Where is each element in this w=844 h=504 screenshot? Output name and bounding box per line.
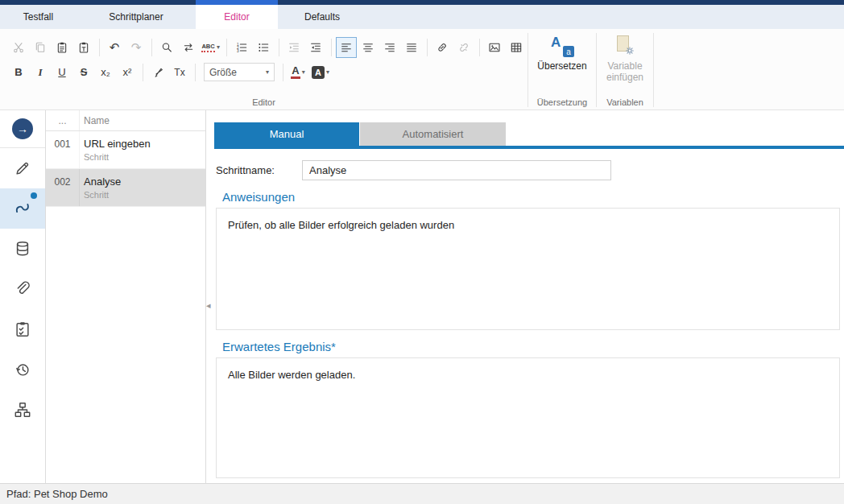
bullet-list-button[interactable]: [253, 37, 274, 58]
ribbon-group-separator: [653, 33, 654, 107]
tab-testfall[interactable]: Testfall: [0, 5, 77, 29]
database-icon: [14, 240, 31, 258]
ribbon-group-uebersetzung: A a Übersetzen Übersetzung: [528, 29, 596, 109]
replace-button[interactable]: [178, 37, 199, 58]
nav-item-history[interactable]: [0, 349, 45, 390]
format-painter-button[interactable]: [147, 62, 168, 83]
align-left-button[interactable]: [336, 37, 357, 58]
insert-image-button[interactable]: [484, 37, 505, 58]
clear-formatting-button[interactable]: Tx: [169, 62, 190, 83]
spellcheck-button[interactable]: ABC ▾: [200, 37, 221, 58]
table-icon: [510, 41, 523, 54]
undo-icon: ↶: [110, 41, 120, 53]
align-justify-icon: [405, 41, 418, 54]
nav-item-testdata[interactable]: [0, 229, 45, 269]
nav-item-hierarchy[interactable]: [0, 390, 45, 430]
decrease-indent-icon: [288, 41, 300, 54]
insert-table-button[interactable]: [506, 37, 527, 58]
link-icon: [436, 41, 449, 54]
ribbon: ↶ ↷ ABC ▾: [0, 29, 844, 110]
step-name-row: Schrittname:: [216, 160, 844, 180]
copy-button[interactable]: [30, 37, 51, 58]
tab-editor[interactable]: Editor: [196, 5, 278, 29]
align-left-icon: [340, 41, 353, 54]
instructions-editor[interactable]: Prüfen, ob alle Bilder erfolgreich gelad…: [216, 208, 840, 330]
bold-button[interactable]: B: [8, 62, 29, 83]
italic-button[interactable]: I: [30, 62, 51, 83]
redo-icon: ↷: [131, 41, 142, 53]
search-button[interactable]: [156, 37, 177, 58]
step-row-002[interactable]: 002 Analyse Schritt: [46, 169, 205, 207]
font-color-button[interactable]: A ▾: [288, 62, 308, 83]
decrease-indent-button[interactable]: [283, 37, 304, 58]
unlink-icon: [457, 41, 470, 54]
font-size-dropdown[interactable]: Größe ▾: [204, 63, 275, 81]
image-icon: [488, 41, 501, 54]
remove-link-button[interactable]: [453, 37, 474, 58]
ribbon-group-label-uebersetzung: Übersetzung: [528, 97, 596, 109]
steps-list-panel: ... Name 001 URL eingeben Schritt 002 An…: [46, 110, 206, 483]
tab-defaults[interactable]: Defaults: [278, 5, 366, 29]
chevron-left-icon: ◂: [206, 300, 211, 311]
align-justify-button[interactable]: [401, 37, 422, 58]
variable-einfuegen-button[interactable]: Variable einfügen: [599, 34, 651, 93]
nav-item-goto[interactable]: →: [0, 110, 45, 148]
underline-button[interactable]: U: [52, 62, 72, 83]
align-right-icon: [383, 41, 396, 54]
chevron-down-icon: ▾: [217, 43, 220, 51]
step-number: 001: [46, 131, 80, 168]
toolbar-separator: [226, 39, 227, 56]
toolbar-separator: [143, 64, 143, 81]
subscript-button[interactable]: x₂: [95, 62, 116, 83]
edit-icon: [14, 159, 31, 177]
paste-text-button[interactable]: [73, 37, 94, 58]
step-name-label: Schrittname:: [216, 164, 302, 176]
align-right-button[interactable]: [379, 37, 400, 58]
cut-button[interactable]: [8, 37, 29, 58]
column-header-name[interactable]: Name: [80, 110, 205, 130]
step-name-input[interactable]: [302, 160, 611, 180]
superscript-button[interactable]: x²: [117, 62, 138, 83]
insert-link-button[interactable]: [432, 37, 453, 58]
align-center-button[interactable]: [358, 37, 379, 58]
goto-arrow-icon: →: [12, 118, 33, 139]
nav-item-edit[interactable]: [0, 148, 45, 188]
step-editor-panel: ◂ Manual Automatisiert Schrittname: Anwe…: [206, 110, 844, 483]
tab-automatisiert[interactable]: Automatisiert: [360, 122, 506, 146]
bullet-list-icon: [257, 41, 270, 54]
ribbon-row-2: B I U S x₂ x² Tx Größe ▾ A ▾: [0, 60, 528, 85]
increase-indent-icon: [309, 41, 322, 54]
statusbar: Pfad: Pet Shop Demo: [0, 483, 844, 504]
uebersetzen-button[interactable]: A a Übersetzen: [532, 34, 592, 93]
toolbar-separator: [479, 39, 480, 56]
redo-button[interactable]: ↷: [126, 37, 147, 58]
replace-icon: [182, 41, 195, 54]
paperclip-icon: [14, 280, 31, 298]
statusbar-path: Pfad: Pet Shop Demo: [6, 488, 108, 500]
expected-result-editor[interactable]: Alle Bilder werden geladen.: [216, 357, 840, 478]
step-row-001[interactable]: 001 URL eingeben Schritt: [46, 131, 205, 169]
nav-item-tasks[interactable]: [0, 309, 45, 349]
undo-button[interactable]: ↶: [104, 37, 125, 58]
numbered-list-button[interactable]: [231, 37, 252, 58]
fill-color-button[interactable]: A ▾: [309, 62, 332, 83]
editor-tab-underline: [214, 146, 844, 149]
ribbon-group-label-editor: Editor: [0, 97, 528, 109]
tab-schrittplaner[interactable]: Schrittplaner: [77, 5, 196, 29]
align-center-icon: [362, 41, 374, 54]
strikethrough-button[interactable]: S: [73, 62, 94, 83]
notification-dot: [31, 192, 37, 199]
nav-item-steps[interactable]: [0, 188, 45, 229]
increase-indent-button[interactable]: [305, 37, 326, 58]
tab-manual[interactable]: Manual: [214, 122, 359, 146]
column-header-dots[interactable]: ...: [46, 110, 80, 130]
paste-icon: [56, 41, 68, 54]
sitemap-icon: [14, 401, 31, 419]
step-type: Schritt: [84, 190, 205, 200]
nav-item-attachments[interactable]: [0, 269, 45, 309]
toolbar-separator: [283, 64, 283, 81]
chevron-down-icon: ▾: [266, 68, 269, 76]
panel-collapse-handle[interactable]: ◂: [206, 295, 214, 315]
step-number: 002: [46, 169, 80, 206]
paste-button[interactable]: [52, 37, 72, 58]
